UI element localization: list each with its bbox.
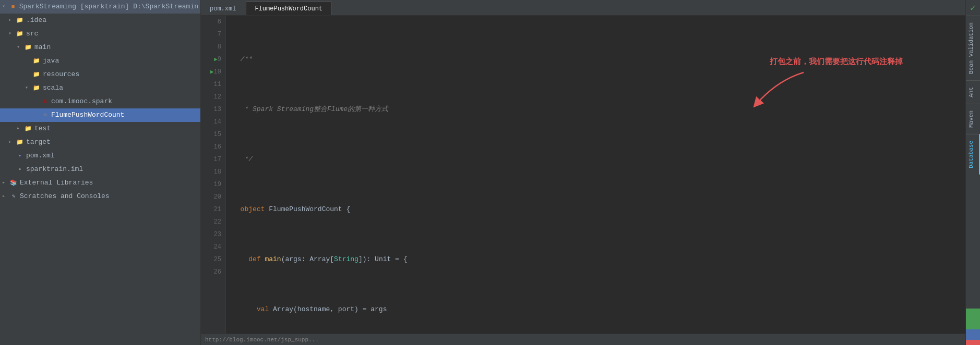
- line-num-21: 21: [205, 203, 221, 216]
- tab-bar: pom.xml FlumePushWordCount: [201, 0, 965, 16]
- sidebar-item-test[interactable]: 📁 test: [0, 122, 200, 135]
- expand-arrow: [25, 82, 31, 94]
- folder-src-icon: 📁: [16, 30, 24, 38]
- project-icon: ■: [9, 3, 17, 11]
- line-num-11: 11: [205, 78, 221, 91]
- line-num-12: 12: [205, 91, 221, 103]
- line-num-15: 15: [205, 128, 221, 141]
- panel-label: Ant: [968, 87, 974, 97]
- panel-maven[interactable]: Maven: [966, 104, 980, 134]
- line-num-25: 25: [205, 253, 221, 266]
- color-indicator: [966, 309, 980, 345]
- panel-label: Bean Validation: [968, 22, 974, 74]
- code-line-9: object FlumePushWordCount {: [232, 203, 959, 216]
- folder-icon: 📁: [16, 138, 24, 146]
- sidebar-label: SparkStreaming [sparktrain] D:\SparkStre…: [19, 1, 198, 13]
- line-num-20: 20: [205, 191, 221, 203]
- line-num-18: 18: [205, 166, 221, 178]
- tab-label: pom.xml: [210, 5, 236, 13]
- editor-area: pom.xml FlumePushWordCount 6 7 8 ▶ 9 ▶ 1…: [201, 0, 965, 345]
- sidebar-item-resources[interactable]: 📁 resources: [0, 68, 200, 81]
- line-numbers: 6 7 8 ▶ 9 ▶ 10 11 12 13 14 15 16 17 18 1…: [201, 16, 226, 334]
- line-num-6: 6: [205, 16, 221, 28]
- line-num-7: 7: [205, 28, 221, 41]
- expand-arrow: [2, 1, 8, 13]
- sidebar-item-idea[interactable]: 📁 .idea: [0, 14, 200, 27]
- check-icon[interactable]: ✓: [968, 0, 978, 16]
- line-num-10: ▶ 10: [205, 66, 221, 78]
- sidebar-label: test: [34, 123, 51, 134]
- line-num-24: 24: [205, 241, 221, 253]
- panel-bean-validation[interactable]: Bean Validation: [966, 16, 980, 80]
- sidebar-item-external-libs[interactable]: 📚 External Libraries: [0, 176, 200, 190]
- line-num-8: 8: [205, 41, 221, 53]
- folder-icon: 📁: [32, 70, 41, 79]
- sidebar-label: main: [34, 42, 51, 53]
- tab-flume-push[interactable]: FlumePushWordCount: [246, 2, 331, 15]
- expand-arrow: [2, 191, 8, 202]
- sidebar-label: External Libraries: [20, 177, 93, 189]
- panel-database[interactable]: Database: [966, 134, 980, 175]
- scala-icon: S: [41, 97, 49, 106]
- code-editor[interactable]: /** * Spark Streaming整合Flume的第一种方式 */ ob…: [226, 16, 965, 334]
- sidebar-item-src[interactable]: 📁 src: [0, 27, 200, 41]
- sidebar-item-pom[interactable]: ▪ pom.xml: [0, 149, 200, 163]
- sidebar-item-scala[interactable]: 📁 scala: [0, 81, 200, 95]
- iml-icon: ▪: [16, 165, 24, 174]
- line-num-19: 19: [205, 178, 221, 191]
- sidebar-label: com.imooc.spark: [51, 96, 112, 107]
- expand-arrow: [17, 42, 23, 53]
- sidebar-item-target[interactable]: 📁 target: [0, 135, 200, 149]
- line-num-14: 14: [205, 116, 221, 128]
- sidebar-label: resources: [43, 69, 79, 80]
- run-icon-9[interactable]: ▶: [214, 53, 218, 66]
- scala-obj-icon: ○: [41, 111, 49, 119]
- sidebar-label: scala: [43, 82, 63, 94]
- code-line-6: /**: [232, 53, 959, 66]
- color-seg-2: [966, 329, 980, 340]
- folder-icon: 📁: [24, 43, 32, 52]
- line-num-22: 22: [205, 216, 221, 228]
- xml-icon: ▪: [16, 152, 24, 160]
- status-bar: http://blog.imooc.net/jsp_supp...: [201, 334, 965, 345]
- line-num-17: 17: [205, 153, 221, 166]
- code-line-7: * Spark Streaming整合Flume的第一种方式: [232, 103, 959, 116]
- code-line-11: val Array(hostname, port) = args: [232, 303, 959, 316]
- sidebar-item-main[interactable]: 📁 main: [0, 41, 200, 54]
- sidebar-item-flume[interactable]: ○ FlumePushWordCount: [0, 108, 200, 122]
- right-panels: ✓ Bean Validation Ant Maven Database: [965, 0, 980, 345]
- sidebar-item-java[interactable]: 📁 java: [0, 54, 200, 68]
- expand-arrow: [17, 123, 23, 134]
- folder-icon: 📁: [24, 125, 32, 133]
- folder-icon: 📁: [32, 84, 41, 92]
- sidebar-label: pom.xml: [26, 150, 55, 162]
- sidebar-label: src: [26, 28, 38, 40]
- sidebar-label: target: [26, 137, 51, 148]
- expand-arrow: [2, 177, 8, 189]
- panel-label: Database: [968, 141, 974, 168]
- project-sidebar: ■ SparkStreaming [sparktrain] D:\SparkSt…: [0, 0, 201, 345]
- line-num-23: 23: [205, 228, 221, 241]
- sidebar-label: sparktrain.iml: [26, 164, 83, 175]
- sidebar-label: java: [43, 55, 59, 67]
- tab-label: FlumePushWordCount: [255, 5, 322, 13]
- sidebar-item-scratches[interactable]: ✎ Scratches and Consoles: [0, 190, 200, 203]
- tab-pom-xml[interactable]: pom.xml: [201, 2, 245, 15]
- color-seg-3: [966, 340, 980, 345]
- line-num-13: 13: [205, 103, 221, 116]
- sidebar-item-spark-streaming[interactable]: ■ SparkStreaming [sparktrain] D:\SparkSt…: [0, 0, 200, 14]
- sidebar-item-iml[interactable]: ▪ sparktrain.iml: [0, 163, 200, 176]
- sidebar-label: FlumePushWordCount: [51, 109, 124, 121]
- color-seg-1: [966, 309, 980, 329]
- expand-arrow: [8, 137, 15, 148]
- sidebar-label: .idea: [26, 15, 46, 26]
- panel-label: Maven: [968, 110, 974, 128]
- line-num-16: 16: [205, 141, 221, 153]
- run-icon-10[interactable]: ▶: [210, 66, 214, 78]
- sidebar-item-com-imooc[interactable]: S com.imooc.spark: [0, 95, 200, 108]
- sidebar-label: Scratches and Consoles: [20, 191, 110, 202]
- ext-libs-icon: 📚: [9, 179, 18, 187]
- folder-icon: 📁: [32, 57, 41, 65]
- panel-ant[interactable]: Ant: [966, 80, 980, 104]
- expand-arrow: [8, 28, 15, 40]
